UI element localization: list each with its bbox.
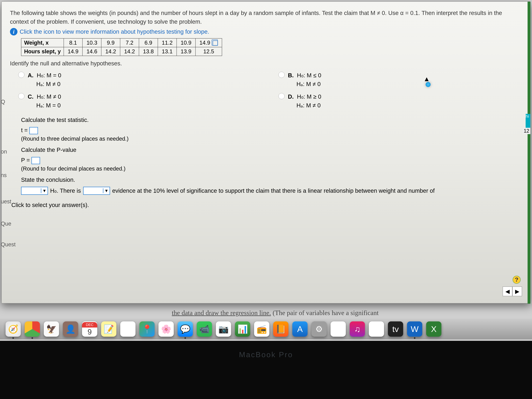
podcast-icon[interactable]: 📻 [254, 321, 269, 337]
problem-paragraph: The following table shows the weights (i… [10, 9, 522, 26]
cell: 12.5 [196, 47, 222, 56]
radio-b[interactable] [279, 72, 285, 78]
cell: 14.9 [64, 47, 82, 56]
left-fragment-q: Q [1, 99, 11, 105]
hypothesis-choices: A. H₀: M = 0 Hₐ: M ≠ 0 B. H₀: M ≤ 0 Hₐ: … [18, 71, 522, 110]
info-icon[interactable]: i [10, 28, 18, 35]
problem-statement: The following table shows the weights (i… [10, 9, 522, 26]
left-fragment-quest: Quest [1, 241, 11, 247]
click-prompt: Click to select your answer(s). [11, 202, 522, 208]
conclusion-line: ▼ H₀. There is ▼ evidence at the 10% lev… [21, 187, 522, 195]
choice-c-ha: Hₐ: M = 0 [36, 101, 61, 110]
cell: 14.2 [101, 47, 120, 56]
p-input[interactable] [32, 157, 40, 164]
reminders-icon[interactable]: ☑ [120, 321, 135, 337]
cell: 14.9 [196, 38, 222, 47]
chevron-down-icon: ▼ [41, 188, 48, 193]
p-value-label: Calculate the P-value [21, 146, 522, 153]
maps-icon[interactable]: 📍 [139, 321, 155, 337]
choice-d-letter: D. [288, 93, 294, 100]
t-input[interactable] [29, 127, 38, 134]
help-icon[interactable]: ? [513, 276, 521, 284]
cell: 14.6 [82, 47, 101, 56]
messages-icon[interactable]: 💬 [177, 321, 193, 337]
choice-d[interactable]: D. H₀: M ≥ 0 Hₐ: M ≠ 0 [279, 92, 522, 110]
airpods-icon[interactable]: ◎ [369, 321, 384, 337]
cell: 13.9 [177, 47, 196, 56]
copy-table-icon[interactable] [213, 40, 218, 46]
choice-b[interactable]: B. H₀: M ≤ 0 Hₐ: M ≠ 0 [279, 71, 522, 89]
choice-a-ha: Hₐ: M ≠ 0 [36, 80, 61, 89]
cell: 10.9 [177, 38, 196, 47]
conclusion-mid2: evidence at the 10% level of significanc… [112, 187, 435, 194]
calendar-icon[interactable]: DEC9 [82, 321, 97, 337]
mouse-cursor: ▲ [423, 75, 430, 83]
chevron-down-icon: ▼ [103, 188, 110, 193]
left-fragment-ns: ns [1, 172, 11, 178]
notes-icon[interactable]: 📝 [101, 321, 116, 337]
radio-c[interactable] [18, 93, 24, 99]
left-fragment-uest: uest [1, 198, 11, 205]
choice-d-h0: H₀: M ≥ 0 [297, 93, 321, 100]
choice-b-ha: Hₐ: M ≠ 0 [297, 80, 321, 89]
choice-a-letter: A. [28, 72, 33, 79]
cell: 8.1 [64, 38, 82, 47]
right-fragment-12: 12 [523, 128, 530, 134]
books-icon[interactable]: 📙 [273, 321, 288, 337]
choice-b-letter: B. [288, 72, 294, 79]
itunes-icon[interactable]: ♫ [350, 321, 365, 337]
radio-d[interactable] [279, 93, 285, 99]
slack-icon[interactable]: ⧉ [330, 321, 346, 337]
choice-c[interactable]: C. H₀: M ≠ 0 Hₐ: M = 0 [18, 92, 262, 110]
safari-icon[interactable]: 🧭 [6, 321, 21, 337]
next-button[interactable]: ▶ [512, 286, 522, 296]
conclusion-label: State the conclusion. [21, 177, 522, 183]
contacts-icon[interactable]: 👤 [63, 321, 78, 337]
question-modal: hi 12 ▲ The following table shows the we… [1, 1, 531, 304]
info-link[interactable]: Click the icon to view more information … [20, 28, 209, 35]
right-strip [528, 2, 530, 304]
cell: 13.1 [158, 47, 177, 56]
choice-a-h0: H₀: M = 0 [37, 72, 61, 79]
choice-c-h0: H₀: M ≠ 0 [37, 93, 61, 100]
choice-b-h0: H₀: M ≤ 0 [297, 72, 321, 79]
photos-icon[interactable]: 🌸 [158, 321, 174, 337]
conclusion-select-1[interactable]: ▼ [21, 187, 48, 195]
left-fragment-on: on [1, 149, 11, 155]
appletv-icon[interactable]: tv [388, 321, 403, 337]
t-equals: t = [21, 127, 28, 133]
cell: 14.2 [120, 47, 139, 56]
cell: 9.9 [101, 38, 120, 47]
numbers-icon[interactable]: 📊 [235, 321, 250, 337]
prev-button[interactable]: ◀ [503, 286, 512, 296]
mail-icon[interactable]: 🦅 [44, 321, 59, 337]
macbook-pro-label: MacBook Pro [0, 350, 532, 359]
left-fragment-que: Que [1, 221, 11, 227]
cell: 11.2 [158, 38, 177, 47]
data-table: Weight, x 8.1 10.3 9.9 7.2 6.9 11.2 10.9… [21, 38, 222, 56]
row-header-hours: Hours slept, y [21, 47, 64, 56]
identify-hypotheses-label: Identify the null and alternative hypoth… [10, 60, 522, 67]
loading-spinner-icon [426, 82, 431, 87]
appstore-icon[interactable]: A [292, 321, 308, 337]
chrome-icon[interactable] [25, 321, 40, 337]
p-hint: (Round to four decimal places as needed.… [21, 165, 522, 172]
facetime-icon[interactable]: 📹 [197, 321, 212, 337]
choice-a[interactable]: A. H₀: M = 0 Hₐ: M ≠ 0 [18, 71, 262, 89]
system-preferences-icon[interactable]: ⚙ [311, 321, 327, 337]
t-hint: (Round to three decimal places as needed… [21, 136, 522, 142]
cell: 13.8 [139, 47, 158, 56]
choice-c-letter: C. [28, 93, 33, 100]
macos-dock: 🧭 🦅 👤 DEC9 📝 ☑ 📍 🌸 💬 📹 📷 📊 📻 📙 A ⚙ ⧉ ♫ ◎… [0, 319, 532, 339]
conclusion-select-2[interactable]: ▼ [83, 187, 110, 195]
right-fragment-hi: hi [526, 114, 530, 128]
conclusion-mid1: H₀. There is [50, 187, 81, 194]
word-icon[interactable]: W [407, 321, 422, 337]
cell: 10.3 [82, 38, 101, 47]
radio-a[interactable] [18, 72, 24, 78]
excel-icon[interactable]: X [426, 321, 441, 337]
p-equals: P = [21, 157, 30, 163]
cell: 6.9 [139, 38, 158, 47]
choice-d-ha: Hₐ: M ≠ 0 [297, 101, 321, 110]
photobooth-icon[interactable]: 📷 [216, 321, 231, 337]
